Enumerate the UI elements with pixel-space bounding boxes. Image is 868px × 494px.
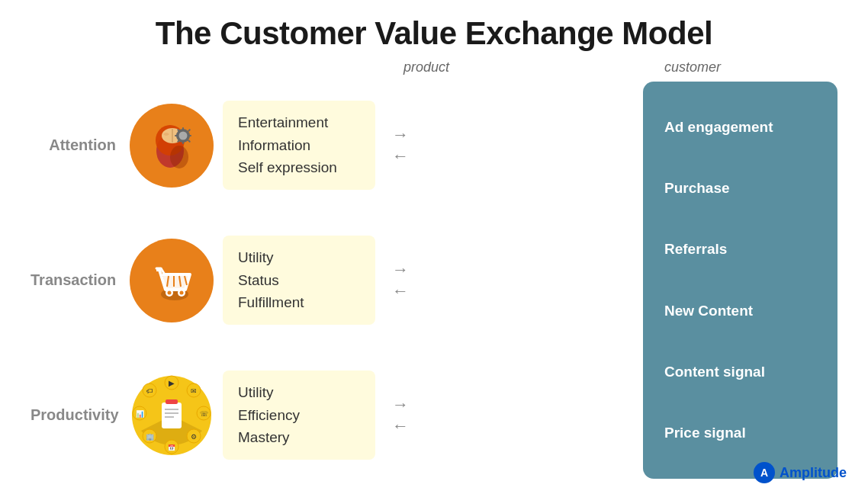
- page-title: The Customer Value Exchange Model: [31, 15, 837, 52]
- amplitude-logo: A Amplitude: [754, 462, 847, 483]
- svg-point-25: [180, 290, 184, 294]
- arrows-productivity: → ←: [392, 396, 409, 435]
- svg-rect-28: [166, 399, 178, 404]
- svg-text:🏢: 🏢: [146, 432, 155, 441]
- customer-item-3: New Content: [664, 300, 816, 322]
- customer-item-5: Price signal: [664, 422, 816, 444]
- product-box-attention: Entertainment Information Self expressio…: [223, 101, 375, 189]
- customer-col-label: customer: [664, 59, 721, 75]
- svg-text:📊: 📊: [136, 409, 145, 419]
- amplitude-icon: A: [754, 462, 775, 483]
- svg-point-6: [179, 131, 188, 140]
- svg-point-23: [168, 290, 172, 294]
- svg-rect-27: [162, 403, 182, 428]
- icon-cart: [130, 239, 214, 322]
- svg-text:📅: 📅: [168, 444, 175, 451]
- product-box-productivity: Utility Efficiency Mastery: [223, 370, 375, 459]
- amplitude-brand-name: Amplitude: [780, 465, 847, 481]
- row-label-transaction: Transaction: [31, 271, 130, 289]
- svg-rect-10: [188, 135, 191, 136]
- icon-brain: [130, 104, 214, 188]
- svg-text:☏: ☏: [200, 410, 208, 418]
- arrow-left-1: ←: [392, 148, 409, 165]
- row-attention: Attention: [31, 82, 635, 209]
- arrow-right-2: →: [392, 261, 409, 278]
- svg-text:▶: ▶: [169, 379, 175, 387]
- product-box-transaction: Utility Status Fulfillment: [223, 236, 375, 324]
- svg-rect-9: [175, 135, 178, 136]
- arrow-right-3: →: [392, 396, 409, 413]
- arrow-left-2: ←: [392, 283, 409, 300]
- arrow-left-3: ←: [392, 418, 409, 435]
- svg-rect-8: [182, 141, 184, 144]
- svg-text:⚙: ⚙: [191, 433, 197, 441]
- row-productivity: Productivity: [31, 351, 635, 479]
- arrow-right-1: →: [392, 127, 409, 143]
- row-transaction: Transaction: [31, 217, 635, 344]
- svg-point-2: [170, 146, 188, 168]
- svg-rect-7: [182, 127, 184, 130]
- customer-item-1: Purchase: [664, 177, 816, 200]
- customer-item-4: Content signal: [664, 361, 816, 383]
- svg-text:🏷: 🏷: [146, 387, 153, 395]
- row-label-productivity: Productivity: [31, 406, 130, 424]
- svg-text:✉: ✉: [191, 387, 197, 395]
- customer-box: Ad engagement Purchase Referrals New Con…: [643, 82, 837, 479]
- arrows-transaction: → ←: [392, 261, 409, 300]
- row-label-attention: Attention: [31, 136, 130, 154]
- arrows-attention: → ←: [392, 127, 409, 165]
- icon-productivity: ▶ ✉ ☏ ⚙ 📅: [130, 374, 214, 457]
- product-col-label: product: [403, 59, 449, 75]
- customer-item-0: Ad engagement: [664, 116, 816, 139]
- customer-item-2: Referrals: [664, 238, 816, 261]
